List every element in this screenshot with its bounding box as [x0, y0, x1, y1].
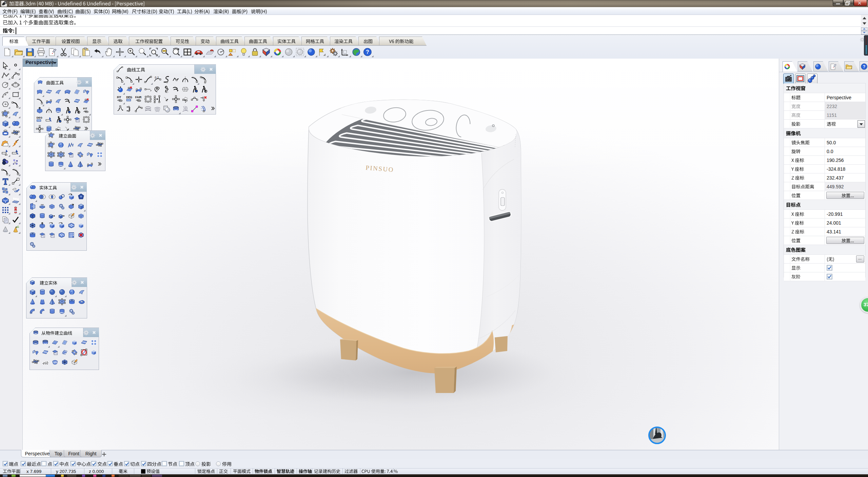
svg-text:6: 6 — [5, 1, 6, 4]
